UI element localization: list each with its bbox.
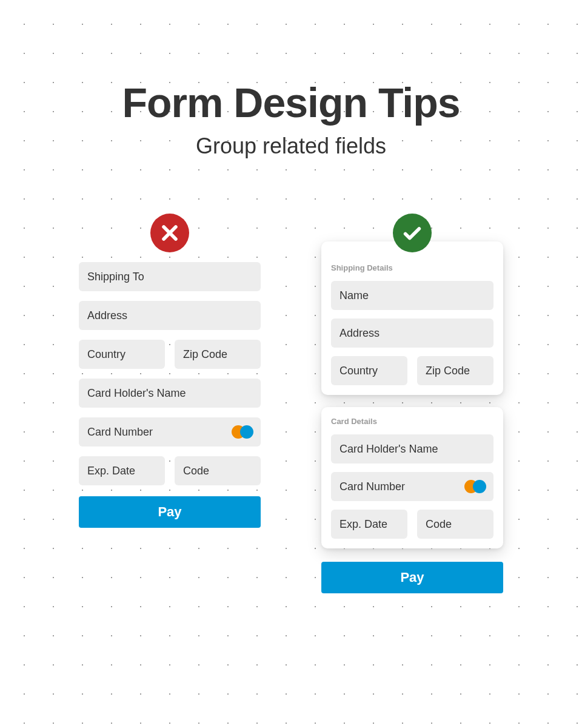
- comparison-columns: Shipping To Address Country Zip Code Car…: [0, 214, 582, 593]
- country-field[interactable]: Country: [79, 340, 165, 369]
- shipping-details-card: Shipping Details Name Address Country Zi…: [321, 241, 503, 395]
- cardnumber-field[interactable]: Card Number: [79, 417, 261, 447]
- cross-icon: [150, 214, 189, 252]
- zip-field[interactable]: Zip Code: [175, 340, 261, 369]
- zip-field[interactable]: Zip Code: [417, 356, 493, 385]
- check-icon: [393, 214, 432, 252]
- bad-form: Shipping To Address Country Zip Code Car…: [79, 233, 261, 528]
- good-example-column: Shipping Details Name Address Country Zi…: [321, 214, 503, 593]
- cardnumber-field[interactable]: Card Number: [331, 472, 493, 501]
- cardnumber-label: Card Number: [340, 480, 405, 493]
- pay-button[interactable]: Pay: [79, 496, 261, 528]
- expdate-field[interactable]: Exp. Date: [331, 510, 407, 539]
- cardholder-field[interactable]: Card Holder's Name: [79, 379, 261, 408]
- page-title: Form Design Tips: [0, 79, 582, 126]
- expdate-field[interactable]: Exp. Date: [79, 456, 165, 485]
- canvas: Form Design Tips Group related fields Sh…: [0, 0, 582, 728]
- shipping-group-label: Shipping Details: [331, 263, 493, 272]
- address-field[interactable]: Address: [331, 318, 493, 348]
- country-field[interactable]: Country: [331, 356, 407, 385]
- card-brand-icon: [232, 425, 253, 439]
- good-form: Shipping Details Name Address Country Zi…: [321, 233, 503, 593]
- card-details-card: Card Details Card Holder's Name Card Num…: [321, 407, 503, 548]
- card-group-label: Card Details: [331, 417, 493, 426]
- cardholder-field[interactable]: Card Holder's Name: [331, 434, 493, 463]
- pay-button[interactable]: Pay: [321, 562, 503, 593]
- name-field[interactable]: Name: [331, 281, 493, 310]
- cardnumber-label: Card Number: [87, 426, 153, 439]
- card-brand-icon: [464, 480, 486, 493]
- page-subtitle: Group related fields: [0, 133, 582, 159]
- bad-example-column: Shipping To Address Country Zip Code Car…: [79, 214, 261, 528]
- code-field[interactable]: Code: [175, 456, 261, 485]
- shipping-to-field[interactable]: Shipping To: [79, 262, 261, 291]
- code-field[interactable]: Code: [417, 510, 493, 539]
- address-field[interactable]: Address: [79, 301, 261, 330]
